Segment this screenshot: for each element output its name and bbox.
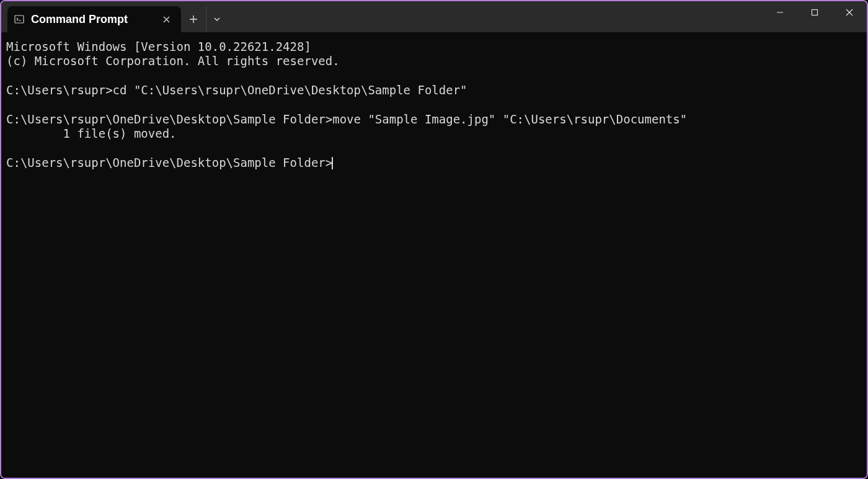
tab-dropdown-button[interactable]: [206, 6, 227, 32]
minimize-icon: [776, 9, 784, 16]
minimize-button[interactable]: [763, 1, 797, 24]
terminal-icon: [14, 14, 25, 25]
maximize-icon: [811, 9, 818, 16]
terminal-line: Microsoft Windows [Version 10.0.22621.24…: [6, 40, 311, 53]
svg-rect-0: [15, 16, 24, 23]
titlebar: Command Prompt: [1, 1, 867, 32]
tab-region: Command Prompt: [1, 1, 227, 32]
window-controls: [763, 1, 867, 26]
tab-command-prompt[interactable]: Command Prompt: [7, 6, 181, 32]
close-icon: [163, 16, 170, 23]
terminal-line: 1 file(s) moved.: [6, 127, 177, 140]
terminal-line: C:\Users\rsupr\OneDrive\Desktop\Sample F…: [6, 156, 332, 169]
chevron-down-icon: [213, 17, 221, 22]
terminal-line: C:\Users\rsupr\OneDrive\Desktop\Sample F…: [6, 112, 687, 126]
tab-title: Command Prompt: [31, 13, 153, 26]
close-window-button[interactable]: [832, 1, 867, 24]
terminal-line: (c) Microsoft Corporation. All rights re…: [6, 54, 340, 68]
maximize-button[interactable]: [797, 1, 832, 24]
terminal-body[interactable]: Microsoft Windows [Version 10.0.22621.24…: [1, 32, 867, 478]
terminal-line: C:\Users\rsupr>cd "C:\Users\rsupr\OneDri…: [6, 83, 467, 97]
close-tab-button[interactable]: [159, 12, 174, 27]
close-icon: [846, 9, 853, 16]
text-cursor: [332, 157, 333, 169]
new-tab-button[interactable]: [181, 6, 206, 32]
plus-icon: [189, 15, 198, 24]
svg-rect-7: [812, 10, 818, 16]
